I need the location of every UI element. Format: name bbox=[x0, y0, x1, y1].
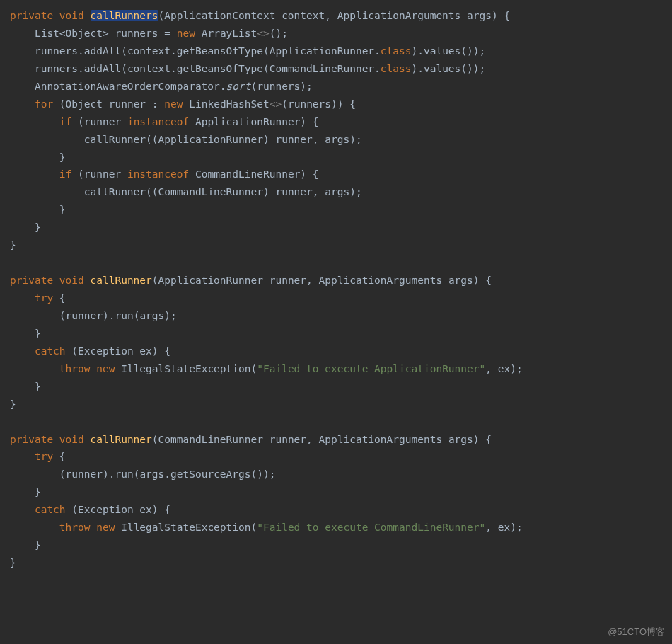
call-callRunner: callRunner bbox=[84, 134, 146, 145]
keyword-class: class bbox=[381, 45, 412, 57]
keyword-if: if bbox=[59, 116, 71, 127]
call-run: run bbox=[115, 310, 133, 321]
keyword-void: void bbox=[59, 10, 84, 21]
param-args: args bbox=[467, 10, 492, 21]
keyword-instanceof: instanceof bbox=[127, 116, 189, 127]
type-comparator: AnnotationAwareOrderComparator bbox=[35, 81, 220, 92]
keyword-throw: throw bbox=[59, 363, 91, 374]
keyword-catch: catch bbox=[35, 345, 66, 357]
var-ex: ex bbox=[139, 345, 151, 357]
type-ApplicationContext: ApplicationContext bbox=[164, 10, 275, 21]
string-literal-2: "Failed to execute CommandLineRunner" bbox=[257, 522, 485, 533]
watermark-text: @51CTO博客 bbox=[608, 624, 665, 640]
keyword-for: for bbox=[35, 98, 53, 110]
type-ApplicationArguments: ApplicationArguments bbox=[337, 10, 461, 21]
type-ArrayList: ArrayList bbox=[202, 28, 257, 39]
keyword-try: try bbox=[35, 292, 53, 304]
method-callRunner-cmd: callRunner bbox=[91, 434, 152, 445]
code-editor[interactable]: private void callRunners(ApplicationCont… bbox=[0, 0, 672, 579]
var-runner: runner bbox=[109, 98, 146, 110]
call-getBeansOfType: getBeansOfType bbox=[177, 45, 263, 57]
var-runners: runners bbox=[115, 28, 158, 39]
keyword-private: private bbox=[10, 10, 53, 21]
method-callRunners[interactable]: callRunners bbox=[91, 10, 158, 21]
string-literal-1: "Failed to execute ApplicationRunner" bbox=[257, 363, 485, 374]
call-sort: sort bbox=[226, 81, 251, 92]
param-context: context bbox=[282, 10, 325, 21]
method-callRunner-app: callRunner bbox=[91, 275, 152, 286]
call-getSourceArgs: getSourceArgs bbox=[170, 468, 251, 480]
call-addAll: addAll bbox=[84, 45, 121, 57]
type-List: List bbox=[35, 28, 59, 39]
